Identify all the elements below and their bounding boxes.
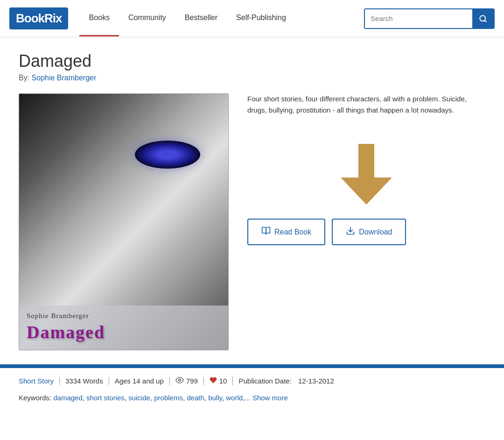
book-title: Damaged	[19, 51, 485, 71]
keyword-death[interactable]: death	[187, 394, 204, 402]
keyword-short-stories[interactable]: short stories	[86, 394, 125, 402]
download-icon	[346, 226, 355, 238]
keyword-damaged[interactable]: damaged	[53, 394, 83, 402]
category-link[interactable]: Short Story	[19, 377, 54, 385]
svg-point-5	[178, 379, 181, 382]
keyword-suicide[interactable]: suicide	[128, 394, 150, 402]
nav-books[interactable]: Books	[79, 0, 119, 36]
download-label: Download	[359, 228, 392, 236]
age-meta: Ages 14 and up	[109, 377, 170, 385]
logo[interactable]: BookRix	[9, 7, 68, 29]
main-content: Damaged By: Sophie Bramberger Sophie Bra…	[0, 37, 504, 350]
search-input[interactable]	[365, 9, 472, 28]
keywords-list: damaged, short stories, suicide, problem…	[53, 394, 252, 402]
keywords-row: Keywords: damaged, short stories, suicid…	[0, 394, 504, 411]
arrow-svg	[341, 144, 392, 205]
book-content: Sophie Bramberger Damaged Four short sto…	[19, 93, 485, 350]
cover-eye	[135, 141, 200, 169]
pubdate-value: 12-13-2012	[298, 377, 334, 385]
download-arrow-svg	[346, 226, 355, 235]
pubdate-prefix: Publication Date:	[238, 377, 291, 385]
nav-community[interactable]: Community	[119, 0, 175, 36]
search-icon	[479, 14, 487, 23]
author-prefix: By:	[19, 74, 32, 82]
footer-bar	[0, 364, 504, 368]
svg-line-1	[484, 20, 486, 21]
cover-title-text: Damaged	[27, 322, 221, 342]
keyword-bully[interactable]: bully	[208, 394, 222, 402]
svg-marker-3	[341, 177, 392, 205]
read-book-button[interactable]: Read Book	[247, 219, 325, 245]
words-label: 3334 Words	[65, 377, 103, 385]
book-description: Four short stories, four different chara…	[247, 93, 485, 116]
read-icon	[261, 226, 271, 238]
cover-author-text: Sophie Bramberger	[27, 312, 221, 320]
read-book-label: Read Book	[274, 228, 311, 236]
book-info: Four short stories, four different chara…	[247, 93, 485, 245]
eye-icon	[175, 377, 184, 385]
author-link[interactable]: Sophie Bramberger	[32, 74, 97, 82]
keywords-label: Keywords:	[19, 394, 51, 402]
keyword-problems[interactable]: problems	[154, 394, 183, 402]
age-label: Ages 14 and up	[115, 377, 164, 385]
nav-self-publishing[interactable]: Self-Publishing	[227, 0, 295, 36]
heart-svg	[210, 376, 217, 384]
keyword-world[interactable]: world,...	[226, 394, 251, 402]
category-meta: Short Story	[19, 377, 60, 385]
action-buttons: Read Book Download	[247, 219, 485, 245]
likes-meta: 10	[204, 376, 233, 385]
download-arrow-icon	[247, 144, 485, 205]
search-button[interactable]	[472, 9, 494, 28]
header: BookRix Books Community Bestseller Self-…	[0, 0, 504, 37]
words-meta: 3334 Words	[60, 377, 109, 385]
book-metadata: Short Story 3334 Words Ages 14 and up 79…	[0, 368, 504, 394]
views-meta: 799	[170, 377, 204, 385]
search-bar	[364, 8, 495, 29]
read-book-icon	[261, 226, 271, 235]
main-nav: Books Community Bestseller Self-Publishi…	[79, 0, 364, 36]
nav-bestseller[interactable]: Bestseller	[175, 0, 227, 36]
likes-count: 10	[219, 377, 227, 385]
pubdate-meta: Publication Date: 12-13-2012	[233, 377, 339, 385]
views-icon	[175, 377, 184, 383]
heart-icon	[210, 376, 217, 385]
views-count: 799	[186, 377, 198, 385]
svg-rect-2	[358, 144, 374, 177]
show-more-link[interactable]: Show more	[252, 394, 288, 402]
download-button[interactable]: Download	[332, 219, 406, 245]
book-author: By: Sophie Bramberger	[19, 74, 485, 82]
cover-bottom: Sophie Bramberger Damaged	[19, 305, 228, 350]
book-cover: Sophie Bramberger Damaged	[19, 93, 229, 350]
